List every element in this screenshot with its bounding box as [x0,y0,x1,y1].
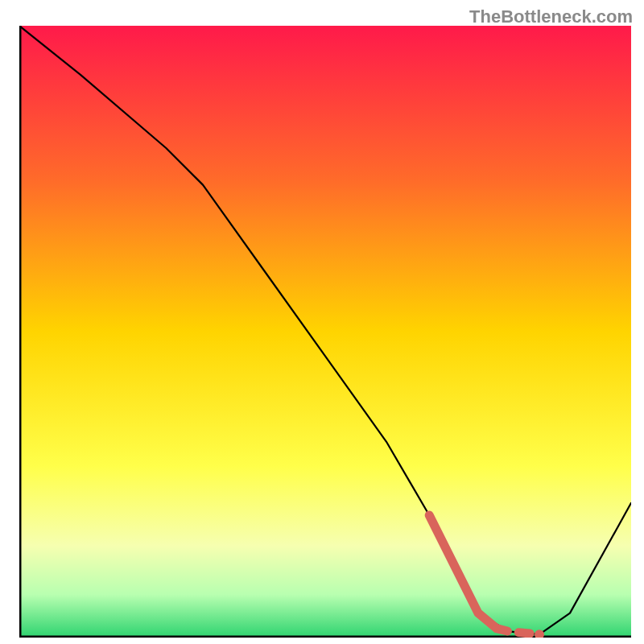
watermark-text: TheBottleneck.com [469,6,633,27]
gradient-background [19,26,631,638]
plot-area [19,26,631,638]
chart-container: TheBottleneck.com [0,0,644,644]
chart-svg [19,26,631,638]
